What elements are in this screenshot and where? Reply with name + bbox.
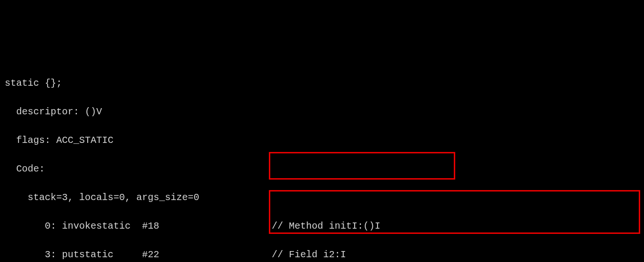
code-line: stack=3, locals=0, args_size=0 (5, 191, 639, 205)
code-line: flags: ACC_STATIC (5, 133, 639, 148)
code-line: descriptor: ()V (5, 105, 639, 119)
code-line: static {}; (5, 76, 639, 91)
comment: // Method initI:()I (272, 219, 380, 233)
instruction: 0: invokestatic #18 (5, 221, 159, 232)
instruction: 3: putstatic #22 (5, 249, 159, 260)
code-line: 3: putstatic #22// Field i2:I (5, 248, 639, 262)
code-line: Code: (5, 162, 639, 176)
code-line: 0: invokestatic #18// Method initI:()I (5, 219, 639, 233)
bytecode-listing: static {}; descriptor: ()V flags: ACC_ST… (5, 62, 639, 262)
comment: // Field i2:I (272, 248, 346, 262)
